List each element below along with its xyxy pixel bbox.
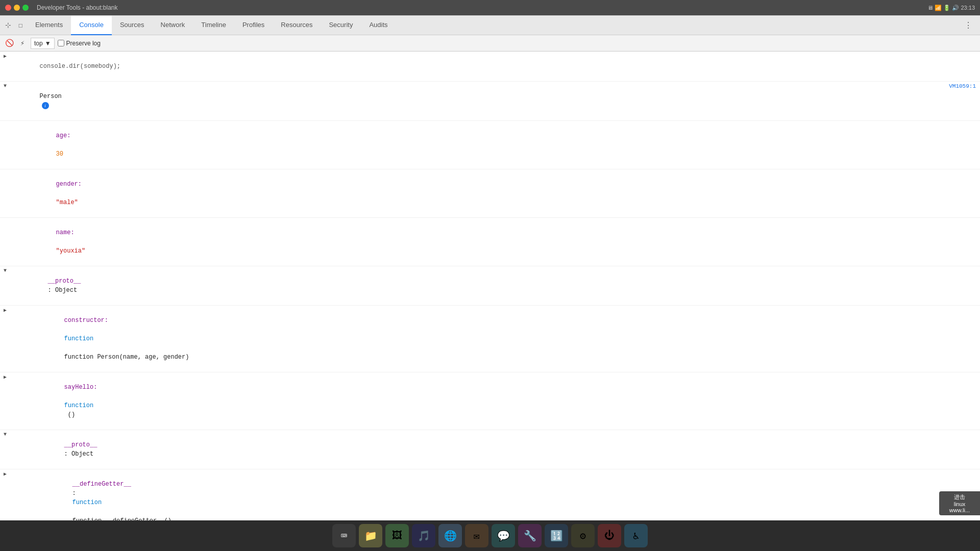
collapse-icon[interactable]: ▼ xyxy=(0,82,10,89)
person-label-content: Person i xyxy=(10,82,949,120)
tab-timeline[interactable]: Timeline xyxy=(193,16,234,35)
collapse-icon-3[interactable]: ▼ xyxy=(0,431,10,437)
name-key: name: xyxy=(56,229,75,236)
person-root-row: ▼ Person i VM1059:1 xyxy=(0,82,980,121)
context-label: top xyxy=(34,40,43,47)
console-command-row: ▶ console.dir(somebody); xyxy=(0,52,980,82)
proto1-row: ▼ __proto__ : Object xyxy=(0,266,980,306)
context-selector[interactable]: top ▼ xyxy=(31,38,55,49)
device-icon[interactable]: ☐ xyxy=(15,20,26,31)
preserve-log-label[interactable]: Preserve log xyxy=(58,40,101,47)
expand-arrow-4[interactable]: ▶ xyxy=(0,373,10,380)
age-key: age: xyxy=(56,132,71,139)
taskbar-accessibility[interactable]: ♿ xyxy=(624,524,648,547)
definegetter-content: __defineGetter__ : function function __d… xyxy=(10,470,980,520)
proto1-content: __proto__ : Object xyxy=(10,267,980,305)
system-tray: 🖥 📶 🔋 🔊 23:13 xyxy=(927,5,975,11)
name-content: name: "youxia" xyxy=(10,218,980,265)
constructor-fn-word: function xyxy=(64,335,94,342)
cursor-icon[interactable]: ⊹ xyxy=(3,20,14,31)
taskbar-mail[interactable]: ✉ xyxy=(465,524,488,547)
preserve-log-checkbox[interactable] xyxy=(58,40,64,46)
more-tabs-button[interactable]: ⋮ xyxy=(959,20,977,31)
proto1-colon: : Object xyxy=(48,287,78,294)
taskbar: ⌨ 📁 🖼 🎵 🌐 ✉ 💬 🔧 🔢 ⚙ ⏻ ♿ xyxy=(0,520,980,551)
person-label: Person xyxy=(40,93,62,100)
constructor-fn: function Person(name, age, gender) xyxy=(64,354,189,361)
proto2-content: __proto__ : Object xyxy=(10,431,980,468)
taskbar-calc[interactable]: 🔢 xyxy=(545,524,568,547)
collapse-icon-2[interactable]: ▼ xyxy=(0,267,10,273)
proto1-key: __proto__ xyxy=(48,278,81,285)
proto2-key: __proto__ xyxy=(64,441,97,448)
name-val: "youxia" xyxy=(56,247,86,255)
no-icon xyxy=(0,121,10,122)
watermark: 进击 linux www.li... xyxy=(939,491,980,515)
name-row: name: "youxia" xyxy=(0,218,980,266)
taskbar-power[interactable]: ⏻ xyxy=(598,524,621,547)
taskbar-chat[interactable]: 💬 xyxy=(492,524,515,547)
devtools-tabs: ⊹ ☐ Elements Console Sources Network Tim… xyxy=(0,16,980,35)
sayhello-row: ▶ sayHello: function () xyxy=(0,372,980,430)
taskbar-images[interactable]: 🖼 xyxy=(385,524,409,547)
no-icon xyxy=(0,170,10,171)
constructor-content: constructor: function function Person(na… xyxy=(10,306,980,371)
tab-network[interactable]: Network xyxy=(153,16,193,35)
tab-console[interactable]: Console xyxy=(71,16,112,35)
console-toolbar: 🚫 ⚡ top ▼ Preserve log xyxy=(0,35,980,52)
clear-console-icon[interactable]: 🚫 xyxy=(4,38,14,48)
age-row: age: 30 xyxy=(0,121,980,169)
taskbar-dev[interactable]: 🔧 xyxy=(518,524,542,547)
sayhello-key: sayHello: xyxy=(64,384,97,391)
sayhello-fn: () xyxy=(64,411,76,418)
expand-arrow-3[interactable]: ▶ xyxy=(0,306,10,313)
context-dropdown-icon[interactable]: ▼ xyxy=(45,40,51,47)
gender-key: gender: xyxy=(56,181,82,188)
source-link-1[interactable]: VM1059:1 xyxy=(949,82,980,89)
info-badge[interactable]: i xyxy=(42,102,49,109)
titlebar: Developer Tools - about:blank 🖥 📶 🔋 🔊 23… xyxy=(0,0,980,15)
taskbar-terminal[interactable]: ⌨ xyxy=(332,524,356,547)
gender-content: gender: "male" xyxy=(10,170,980,217)
tab-security[interactable]: Security xyxy=(321,16,361,35)
command1-text: console.dir(somebody); xyxy=(40,63,120,70)
window-controls[interactable] xyxy=(5,5,29,11)
preserve-log-text: Preserve log xyxy=(66,40,101,47)
tab-audits[interactable]: Audits xyxy=(361,16,396,35)
no-icon xyxy=(0,218,10,219)
taskbar-browser[interactable]: 🌐 xyxy=(438,524,462,547)
expand-icon[interactable]: ▶ xyxy=(0,52,10,59)
taskbar-files[interactable]: 📁 xyxy=(359,524,382,547)
definegetter-row: ▶ __defineGetter__ : function function _… xyxy=(0,469,980,520)
gender-row: gender: "male" xyxy=(0,169,980,218)
window-title: Developer Tools - about:blank xyxy=(37,4,118,11)
tab-resources[interactable]: Resources xyxy=(273,16,321,35)
constructor-key: constructor: xyxy=(64,317,108,324)
age-content: age: 30 xyxy=(10,121,980,168)
sayhello-content: sayHello: function () xyxy=(10,373,980,429)
constructor-row: ▶ constructor: function function Person(… xyxy=(0,306,980,372)
sayhello-fn-word: function xyxy=(64,402,94,409)
filter-icon[interactable]: ⚡ xyxy=(17,38,28,48)
maximize-button[interactable] xyxy=(22,5,29,11)
expand-arrow-5[interactable]: ▶ xyxy=(0,470,10,477)
tab-profiles[interactable]: Profiles xyxy=(234,16,273,35)
clock: 23:13 xyxy=(961,5,975,11)
age-val: 30 xyxy=(56,151,63,158)
gender-val: "male" xyxy=(56,199,78,206)
proto2-row: ▼ __proto__ : Object xyxy=(0,430,980,469)
devtools-panel: ⊹ ☐ Elements Console Sources Network Tim… xyxy=(0,15,980,520)
constructor-fn-sig xyxy=(64,344,68,352)
definegetter-key: __defineGetter__ xyxy=(72,481,131,488)
console-output[interactable]: ▶ console.dir(somebody); ▼ Person i VM10… xyxy=(0,52,980,520)
close-button[interactable] xyxy=(5,5,11,11)
tab-sources[interactable]: Sources xyxy=(112,16,153,35)
taskbar-settings[interactable]: ⚙ xyxy=(571,524,595,547)
minimize-button[interactable] xyxy=(14,5,20,11)
proto2-colon: : Object xyxy=(64,450,94,458)
tab-elements[interactable]: Elements xyxy=(27,16,71,35)
taskbar-music[interactable]: 🎵 xyxy=(412,524,435,547)
command-text: console.dir(somebody); xyxy=(10,52,980,81)
